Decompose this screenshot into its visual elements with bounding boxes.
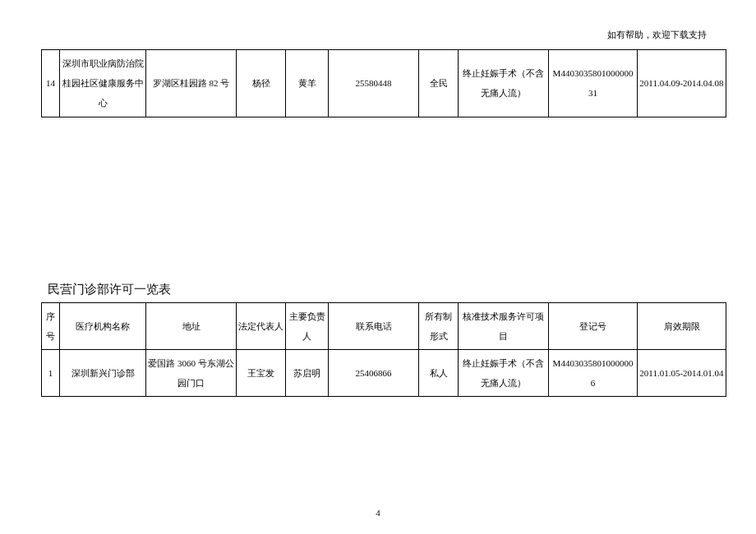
cell-reg: M44030358010000006 [549,349,638,396]
header-legal: 法定代表人 [237,302,286,349]
private-clinic-table: 序号 医疗机构名称 地址 法定代表人 主要负责人 联系电话 所有制形式 核准技术… [41,302,726,398]
cell-valid: 2011.01.05-2014.01.04 [638,349,726,396]
cell-phone: 25406866 [329,349,419,396]
top-continuation-table: 14 深圳市职业病防治院桂园社区健康服务中心 罗湖区桂园路 82 号 杨径 黄羊… [41,49,726,117]
header-addr: 地址 [146,302,237,349]
cell-name: 深圳新兴门诊部 [60,349,146,396]
cell-phone: 25580448 [329,50,419,117]
header-items: 核准技术服务许可项目 [459,302,549,349]
header-reg: 登记号 [549,302,638,349]
table-row: 1 深圳新兴门诊部 爱国路 3060 号东湖公园门口 王宝发 苏启明 25406… [42,349,726,396]
header-type: 所有制形式 [419,302,459,349]
cell-legal: 杨径 [237,50,286,117]
header-note: 如有帮助，欢迎下载支持 [607,29,707,41]
section-title: 民营门诊部许可一览表 [48,282,715,297]
page-number: 4 [376,508,380,518]
cell-head: 苏启明 [286,349,329,396]
cell-type: 全民 [419,50,459,117]
cell-head: 黄羊 [286,50,329,117]
cell-legal: 王宝发 [237,349,286,396]
header-head: 主要负责人 [286,302,329,349]
cell-items: 终止妊娠手术（不含无痛人流） [459,50,549,117]
table-header-row: 序号 医疗机构名称 地址 法定代表人 主要负责人 联系电话 所有制形式 核准技术… [42,302,726,349]
header-name: 医疗机构名称 [60,302,146,349]
cell-type: 私人 [419,349,459,396]
cell-name: 深圳市职业病防治院桂园社区健康服务中心 [60,50,146,117]
cell-idx: 1 [42,349,60,396]
cell-reg: M440303580100000031 [549,50,638,117]
header-valid: 肩效期限 [638,302,726,349]
header-idx: 序号 [42,302,60,349]
cell-valid: 2011.04.09-2014.04.08 [638,50,726,117]
table-row: 14 深圳市职业病防治院桂园社区健康服务中心 罗湖区桂园路 82 号 杨径 黄羊… [42,50,726,117]
cell-addr: 爱国路 3060 号东湖公园门口 [146,349,237,396]
cell-idx: 14 [42,50,60,117]
cell-addr: 罗湖区桂园路 82 号 [146,50,237,117]
cell-items: 终止妊娠手术（不含无痛人流） [459,349,549,396]
header-phone: 联系电话 [329,302,419,349]
